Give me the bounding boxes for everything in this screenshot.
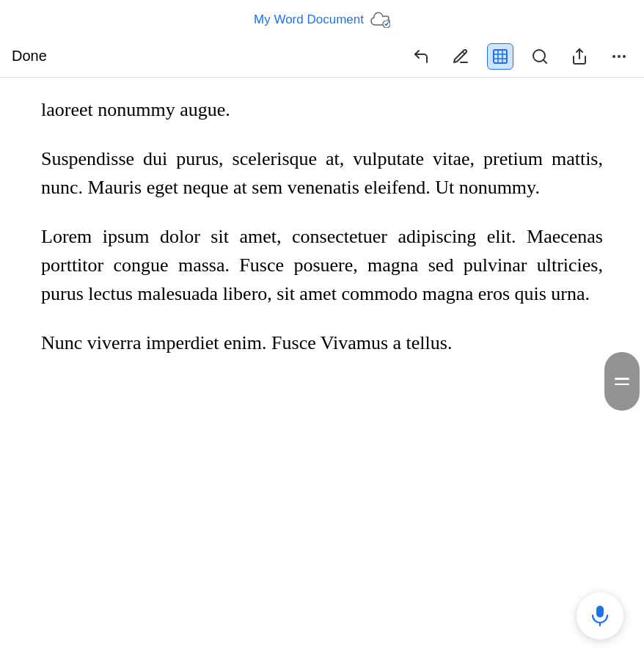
microphone-icon bbox=[589, 604, 611, 628]
svg-point-11 bbox=[623, 55, 626, 58]
share-button[interactable] bbox=[566, 43, 593, 70]
paragraph-3: Lorem ipsum dolor sit amet, consectetuer… bbox=[41, 222, 603, 308]
title-bar: My Word Document bbox=[0, 0, 644, 37]
scroll-handle[interactable] bbox=[604, 352, 640, 411]
done-button[interactable]: Done bbox=[12, 45, 53, 67]
scroll-handle-line-1 bbox=[615, 378, 629, 380]
toolbar: Done bbox=[0, 37, 644, 78]
paragraph-2: Suspendisse dui purus, scelerisque at, v… bbox=[41, 144, 603, 202]
more-options-button[interactable] bbox=[606, 43, 632, 70]
undo-button[interactable] bbox=[408, 43, 434, 70]
svg-point-10 bbox=[618, 55, 621, 58]
svg-rect-1 bbox=[494, 50, 507, 63]
svg-point-9 bbox=[612, 55, 615, 58]
search-button[interactable] bbox=[527, 43, 553, 70]
microphone-button[interactable] bbox=[577, 593, 623, 639]
edit-pen-button[interactable] bbox=[447, 43, 474, 70]
paragraph-1: laoreet nonummy augue. bbox=[41, 95, 603, 124]
document-title: My Word Document bbox=[254, 12, 364, 27]
selection-mode-button[interactable] bbox=[487, 43, 513, 70]
paragraph-4: Nunc viverra imperdiet enim. Fusce Vivam… bbox=[41, 329, 603, 357]
scroll-handle-line-2 bbox=[615, 384, 629, 386]
cloud-sync-icon bbox=[370, 12, 390, 28]
svg-line-7 bbox=[544, 59, 546, 62]
toolbar-actions bbox=[408, 43, 632, 70]
document-content: laoreet nonummy augue. Suspendisse dui p… bbox=[0, 78, 644, 375]
title-container: My Word Document bbox=[254, 12, 390, 28]
scroll-handle-lines bbox=[615, 378, 629, 385]
svg-rect-12 bbox=[596, 606, 604, 617]
